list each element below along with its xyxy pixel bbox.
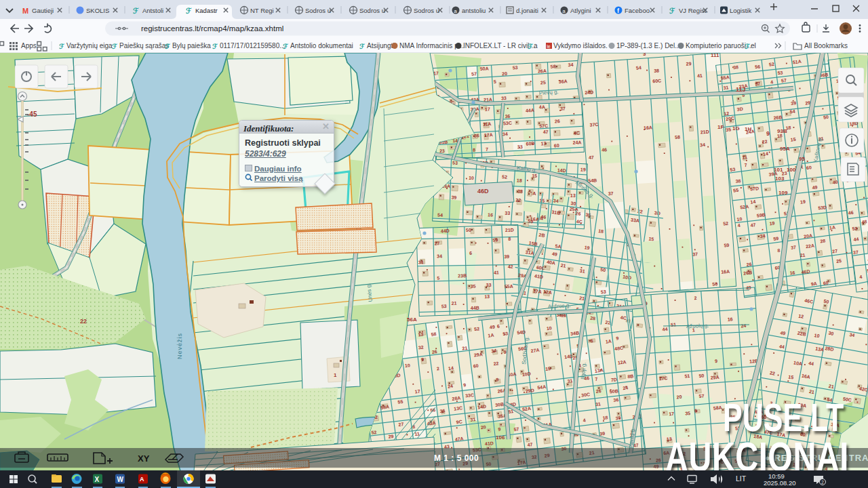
- svg-text:NMA Informacinis p...: NMA Informacinis p...: [399, 42, 464, 49]
- svg-text:23: 23: [439, 148, 445, 153]
- svg-text:58: 58: [551, 64, 556, 68]
- svg-text:12: 12: [798, 313, 804, 319]
- svg-text:37: 37: [853, 249, 859, 255]
- svg-text:60: 60: [473, 363, 479, 369]
- svg-text:Kadastr: Kadastr: [195, 7, 218, 14]
- svg-text:27: 27: [398, 422, 404, 427]
- svg-text:34: 34: [437, 253, 442, 258]
- svg-text:Logistik: Logistik: [730, 7, 751, 14]
- svg-text:37: 37: [608, 191, 614, 197]
- svg-text:17: 17: [433, 70, 439, 75]
- svg-text:50: 50: [466, 228, 471, 232]
- svg-text:15: 15: [648, 236, 654, 241]
- svg-text:50: 50: [698, 373, 704, 378]
- svg-text:22: 22: [515, 197, 521, 202]
- svg-text:20: 20: [676, 394, 682, 400]
- svg-text:34: 34: [568, 62, 573, 67]
- svg-text:38: 38: [733, 64, 739, 70]
- svg-text:a: a: [562, 8, 566, 14]
- svg-text:13: 13: [418, 331, 424, 337]
- svg-text:44: 44: [779, 344, 785, 349]
- svg-text:8B: 8B: [627, 373, 634, 379]
- svg-text:42: 42: [508, 264, 513, 269]
- svg-text:22: 22: [493, 361, 499, 366]
- svg-text:60: 60: [823, 281, 829, 286]
- svg-text:39: 39: [504, 254, 509, 259]
- svg-text:28: 28: [590, 316, 596, 321]
- svg-text:10: 10: [546, 325, 552, 331]
- svg-text:9: 9: [766, 130, 770, 137]
- svg-text:31: 31: [567, 378, 573, 384]
- svg-text:Atsijungti: Atsijungti: [367, 42, 395, 49]
- svg-text:3D: 3D: [736, 106, 743, 112]
- svg-text:XY: XY: [138, 453, 150, 464]
- svg-text:47: 47: [527, 442, 533, 447]
- svg-text:52: 52: [474, 326, 480, 331]
- svg-text:30: 30: [828, 331, 834, 336]
- svg-text:24D: 24D: [585, 89, 593, 95]
- svg-text:16: 16: [789, 270, 795, 275]
- svg-text:53C: 53C: [503, 121, 512, 126]
- svg-text:34: 34: [418, 260, 423, 264]
- svg-text:46: 46: [540, 214, 547, 220]
- svg-text:26: 26: [595, 388, 601, 394]
- svg-text:2: 2: [821, 480, 824, 485]
- svg-text:44: 44: [662, 327, 667, 332]
- svg-text:50: 50: [600, 267, 606, 272]
- svg-text:53: 53: [601, 289, 606, 295]
- svg-text:26A: 26A: [538, 68, 547, 74]
- svg-text:54: 54: [789, 109, 795, 115]
- svg-text:ℱ: ℱ: [528, 43, 533, 50]
- svg-text:15: 15: [788, 374, 794, 380]
- svg-text:59: 59: [773, 236, 779, 241]
- svg-text:Antstoli: Antstoli: [142, 7, 163, 14]
- svg-text:17: 17: [541, 141, 547, 146]
- svg-text:Bylų paieška: Bylų paieška: [172, 42, 211, 49]
- svg-text:29A: 29A: [710, 375, 719, 380]
- svg-text:34: 34: [849, 332, 855, 338]
- svg-text:14D: 14D: [557, 168, 566, 174]
- svg-text:57C: 57C: [539, 123, 548, 129]
- svg-text:1H: 1H: [745, 126, 751, 132]
- svg-text:33: 33: [517, 144, 523, 149]
- svg-text:31: 31: [579, 268, 585, 274]
- svg-text:36: 36: [613, 397, 619, 403]
- svg-text:25: 25: [540, 80, 546, 85]
- svg-text:101: 101: [774, 167, 783, 173]
- svg-text:50: 50: [823, 299, 829, 304]
- svg-text:Antstolio dokumentai: Antstolio dokumentai: [290, 42, 353, 49]
- svg-text:2: 2: [694, 296, 696, 300]
- svg-text:6: 6: [694, 408, 697, 413]
- svg-text:ℱ: ℱ: [59, 43, 64, 50]
- svg-text:14: 14: [448, 365, 454, 371]
- svg-text:33: 33: [505, 211, 510, 216]
- svg-text:59: 59: [492, 237, 498, 242]
- svg-text:36A: 36A: [559, 79, 568, 84]
- svg-text:11J: 11J: [736, 86, 746, 93]
- svg-text:Kompiuterio paruoši...: Kompiuterio paruoši...: [686, 42, 751, 49]
- svg-text:53: 53: [513, 65, 518, 70]
- svg-text:44A: 44A: [526, 108, 534, 113]
- svg-text:95A: 95A: [780, 146, 790, 152]
- svg-text:ℱ: ℱ: [165, 43, 170, 50]
- svg-text:26: 26: [575, 211, 581, 216]
- svg-text:54: 54: [437, 212, 443, 217]
- svg-text:56: 56: [755, 64, 761, 69]
- svg-text:53: 53: [777, 70, 783, 75]
- svg-text:53: 53: [452, 161, 458, 165]
- svg-text:A: A: [140, 476, 144, 483]
- svg-text:22: 22: [80, 318, 87, 325]
- svg-text:LIT: LIT: [736, 474, 747, 483]
- svg-text:21: 21: [452, 301, 457, 306]
- svg-text:10: 10: [405, 363, 411, 368]
- svg-text:31: 31: [470, 417, 476, 422]
- svg-text:Sodros u: Sodros u: [414, 7, 439, 14]
- svg-text:15: 15: [545, 366, 551, 371]
- svg-text:6: 6: [469, 251, 472, 256]
- svg-text:1A: 1A: [829, 225, 836, 230]
- svg-text:54: 54: [636, 65, 642, 70]
- svg-text:14: 14: [750, 199, 756, 205]
- svg-text:11: 11: [742, 155, 747, 160]
- svg-text:27: 27: [832, 249, 838, 254]
- svg-text:1A: 1A: [605, 339, 612, 344]
